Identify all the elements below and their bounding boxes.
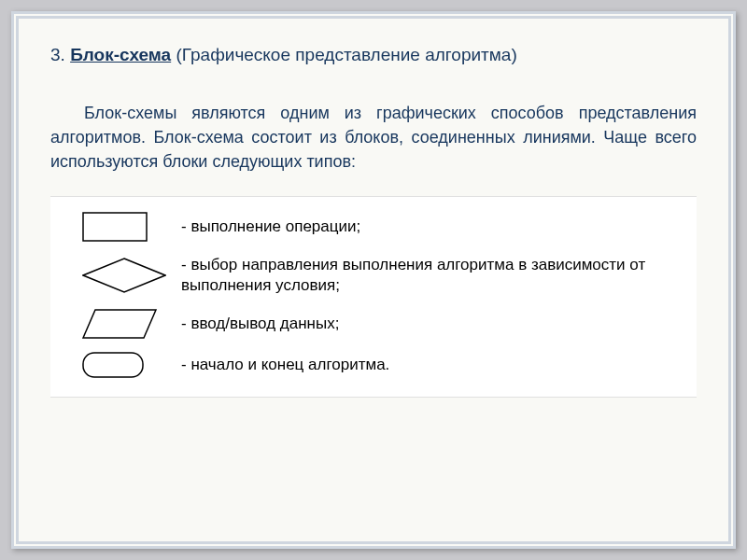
- svg-rect-3: [83, 353, 143, 377]
- svg-rect-0: [83, 213, 147, 241]
- block-types-diagram: - выполнение операции; - выбор направлен…: [50, 196, 697, 398]
- list-item: - выбор направления выполнения алгоритма…: [63, 255, 684, 296]
- body-text: Блок-схемы являются одним из графических…: [50, 101, 697, 174]
- heading-paren: (Графическое представление алгоритма): [176, 45, 516, 64]
- rounded-rect-icon: [63, 352, 168, 378]
- parallelogram-icon: [63, 309, 168, 339]
- item-desc: - выбор направления выполнения алгоритма…: [181, 255, 684, 296]
- slide-heading: 3. Блок-схема (Графическое представление…: [50, 45, 697, 65]
- heading-number: 3.: [50, 45, 65, 64]
- slide-frame: 3. Блок-схема (Графическое представление…: [11, 11, 736, 549]
- heading-term: Блок-схема: [70, 45, 171, 64]
- svg-marker-1: [83, 259, 165, 292]
- rectangle-icon: [63, 212, 168, 242]
- list-item: - ввод/вывод данных;: [63, 309, 684, 339]
- item-desc: - ввод/вывод данных;: [181, 314, 339, 334]
- item-desc: - начало и конец алгоритма.: [181, 355, 389, 375]
- item-desc: - выполнение операции;: [181, 217, 360, 237]
- list-item: - начало и конец алгоритма.: [63, 352, 684, 378]
- svg-marker-2: [83, 310, 156, 338]
- list-item: - выполнение операции;: [63, 212, 684, 242]
- diamond-icon: [63, 258, 168, 293]
